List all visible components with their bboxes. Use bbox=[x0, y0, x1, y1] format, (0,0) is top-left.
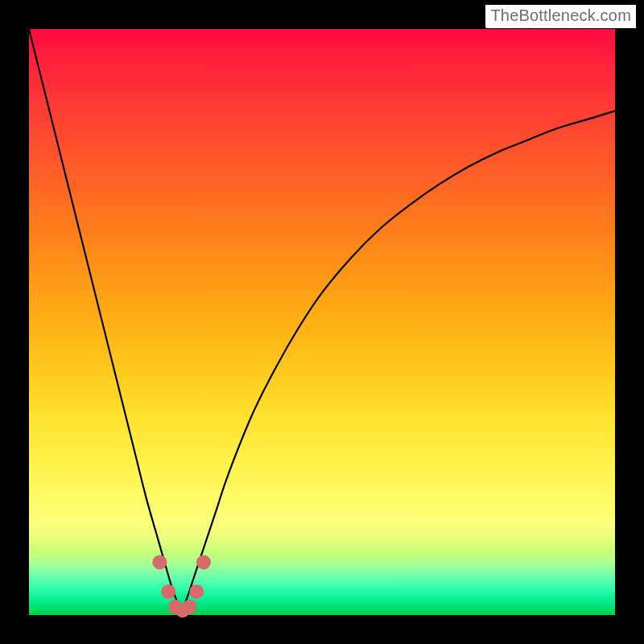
chart-svg bbox=[29, 29, 615, 615]
curve-markers bbox=[152, 555, 211, 617]
curve-marker bbox=[152, 555, 167, 569]
bottleneck-curve-path bbox=[29, 29, 615, 609]
curve-marker bbox=[161, 584, 175, 599]
chart-plot-area bbox=[29, 29, 615, 615]
watermark-label: TheBottleneck.com bbox=[485, 5, 636, 28]
chart-frame: TheBottleneck.com bbox=[0, 0, 644, 644]
bottleneck-curve bbox=[29, 29, 615, 609]
curve-marker bbox=[182, 600, 196, 614]
curve-marker bbox=[189, 584, 204, 599]
curve-marker bbox=[196, 555, 211, 569]
